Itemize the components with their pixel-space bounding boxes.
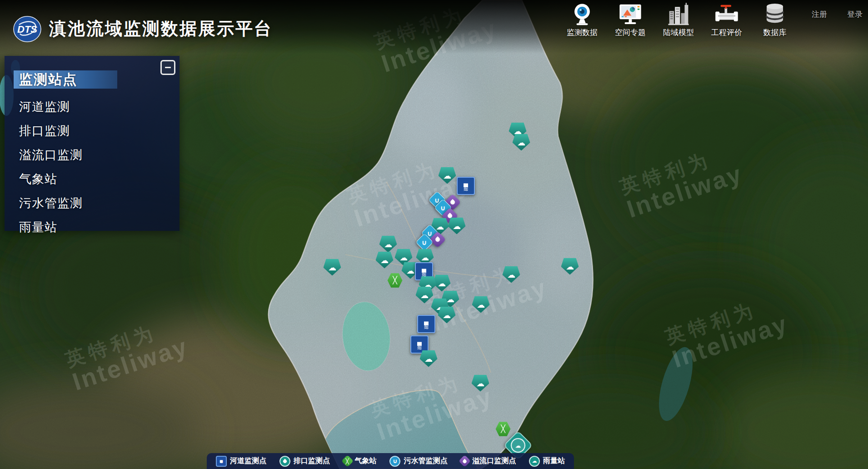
monitor-chart-icon <box>618 2 643 26</box>
rain-marker-icon <box>511 438 525 453</box>
river-marker-icon <box>463 180 469 192</box>
platform-logo-icon: DTS <box>13 15 42 44</box>
sewage-marker-icon <box>440 205 446 211</box>
sidebar-item-outlet-monitoring[interactable]: 排口监测 <box>19 123 180 139</box>
nav-item-spatial-theme[interactable]: 空间专题 <box>606 2 654 38</box>
map-marker-outlet[interactable] <box>438 307 456 324</box>
map-marker-outlet[interactable] <box>503 266 520 283</box>
outlet-marker-icon <box>384 240 392 248</box>
map-marker-river[interactable] <box>417 315 435 333</box>
nav-label: 工程评价 <box>711 27 742 38</box>
sidebar-item-river-monitoring[interactable]: 河道监测 <box>19 99 180 115</box>
river-marker-icon <box>421 265 427 278</box>
nav-item-database[interactable]: 数据库 <box>751 2 799 38</box>
map-marker-outlet[interactable] <box>472 296 490 313</box>
outlet-marker-icon <box>477 300 485 309</box>
outlet-marker-icon <box>443 311 451 319</box>
sidebar-item-weather-station[interactable]: 气象站 <box>19 171 180 187</box>
legend-item-weather-station[interactable]: 气象站 <box>343 456 377 466</box>
outlet-marker-icon <box>443 171 451 180</box>
sidebar-item-rain-gauge-station[interactable]: 雨量站 <box>19 219 180 235</box>
valve-icon <box>714 2 739 26</box>
nav-label: 监测数据 <box>567 27 598 38</box>
legend-label: 污水管监测点 <box>404 456 447 466</box>
buildings-icon <box>666 2 691 26</box>
outlet-marker-icon <box>507 270 515 279</box>
legend-label: 气象站 <box>355 456 377 466</box>
outlet-marker-icon <box>380 256 389 264</box>
top-header: DTS 滇池流域监测数据展示平台 监测数据 <box>0 0 868 54</box>
legend-label: 河道监测点 <box>230 456 266 466</box>
map-marker-weather[interactable] <box>387 273 403 288</box>
map-marker-outlet[interactable] <box>439 167 456 184</box>
outlet-marker-icon <box>328 263 336 271</box>
weather-marker-icon <box>501 425 505 433</box>
sidebar-item-sewage-monitoring[interactable]: 污水管监测 <box>19 195 180 211</box>
outlet-marker-icon <box>476 379 484 387</box>
map-marker-outlet[interactable] <box>416 287 434 304</box>
river-marker-icon <box>424 318 429 330</box>
map-stage: 英特利为Inteliway英特利为Inteliway英特利为Inteliway英… <box>0 0 868 469</box>
legend-item-overflow-station[interactable]: 溢流口监测点 <box>460 456 516 466</box>
nav-label: 空间专题 <box>615 27 646 38</box>
page-title: 滇池流域监测数据展示平台 <box>49 17 273 40</box>
legend-item-river-station[interactable]: 河道监测点 <box>216 456 266 467</box>
legend-label: 排口监测点 <box>294 456 330 466</box>
river-station-icon <box>216 456 227 467</box>
register-link[interactable]: 注册 <box>812 9 827 20</box>
weather-station-icon <box>341 455 354 467</box>
nav-item-project-evaluation[interactable]: 工程评价 <box>703 2 751 38</box>
overflow-station-icon <box>459 455 471 467</box>
overflow-marker-icon <box>450 200 455 205</box>
nav-label: 陆域模型 <box>663 27 694 38</box>
database-icon <box>763 2 787 26</box>
sewage-marker-icon <box>427 230 433 237</box>
outlet-marker-icon <box>436 222 444 230</box>
panel-title: 监测站点 <box>14 70 117 89</box>
map-marker-outlet[interactable] <box>420 350 438 367</box>
outlet-marker-icon <box>566 262 574 270</box>
rain-gauge-station-icon <box>529 456 540 467</box>
outlet-marker-icon <box>438 279 446 287</box>
nav-item-monitor-data[interactable]: 监测数据 <box>558 2 606 38</box>
nav-item-land-model[interactable]: 陆域模型 <box>654 2 703 38</box>
legend-item-outlet-station[interactable]: 排口监测点 <box>279 456 330 467</box>
overflow-marker-icon <box>435 237 440 242</box>
monitoring-stations-panel: 监测站点 河道监测 排口监测 溢流口监测 气象站 污水管监测 雨量站 <box>5 56 180 231</box>
map-marker-outlet[interactable] <box>513 134 530 151</box>
map-marker-outlet[interactable] <box>379 236 397 253</box>
outlet-station-icon <box>279 456 290 467</box>
outlet-marker-icon <box>421 253 429 261</box>
outlet-marker-icon <box>453 222 461 230</box>
legend-label: 雨量站 <box>543 456 565 466</box>
river-marker-icon <box>417 339 422 351</box>
outlet-marker-icon <box>406 266 414 274</box>
map-legend: 河道监测点 排口监测点 气象站 污水管监测点 溢流口监测点 雨量站 <box>207 453 574 469</box>
login-link[interactable]: 登录 <box>847 9 863 20</box>
main-nav: 监测数据 空间专题 <box>558 2 863 38</box>
legend-item-sewage-pipe-station[interactable]: 污水管监测点 <box>389 456 447 467</box>
nav-label: 数据库 <box>763 27 787 38</box>
sidebar-item-overflow-monitoring[interactable]: 溢流口监测 <box>19 147 180 163</box>
map-marker-weather[interactable] <box>495 421 511 437</box>
map-marker-outlet[interactable] <box>324 259 341 276</box>
map-marker-outlet[interactable] <box>561 258 579 275</box>
auth-links: 注册 登录 <box>812 2 863 20</box>
collapse-panel-button[interactable] <box>160 60 175 75</box>
map-marker-outlet[interactable] <box>472 375 489 392</box>
svg-text:DTS: DTS <box>17 24 37 35</box>
outlet-marker-icon <box>424 354 433 363</box>
sewage-pipe-station-icon <box>389 456 400 467</box>
panel-menu: 河道监测 排口监测 溢流口监测 气象站 污水管监测 雨量站 <box>5 99 180 235</box>
outlet-marker-icon <box>514 127 522 135</box>
weather-marker-icon <box>393 277 397 284</box>
map-marker-river[interactable] <box>457 177 475 195</box>
legend-item-rain-gauge-station[interactable]: 雨量站 <box>529 456 565 467</box>
outlet-marker-icon <box>399 253 408 261</box>
outlet-marker-icon <box>446 295 454 303</box>
map-marker-outlet[interactable] <box>376 252 394 269</box>
outlet-marker-icon <box>420 291 429 299</box>
sewage-marker-icon <box>422 239 427 246</box>
legend-label: 溢流口监测点 <box>472 456 516 466</box>
map-marker-outlet[interactable] <box>448 218 466 234</box>
